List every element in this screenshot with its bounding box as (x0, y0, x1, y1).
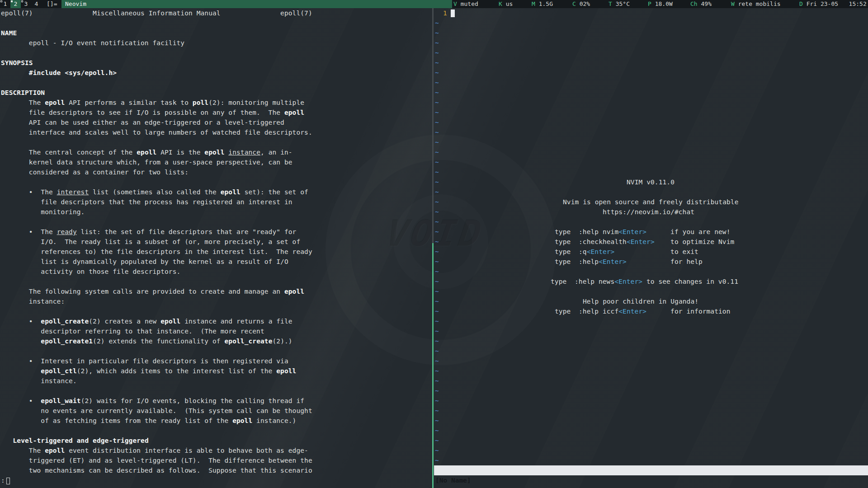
nvim-tilde: ~ (435, 58, 439, 68)
man-line: The epoll event distribution interface i… (1, 446, 308, 455)
nvim-tilde: ~ (435, 257, 439, 267)
nvim-tilde: ~ (435, 78, 439, 88)
nvim-tilde: ~ (435, 177, 439, 187)
dwm-bar: 1234 []= Neovim V mutedK usM 1.5GC 02%T … (0, 0, 868, 8)
nvim-tilde: ~ (435, 197, 439, 207)
nvim-tilde: ~ (435, 406, 439, 416)
nvim-tilde: ~ (435, 217, 439, 227)
man-line: epoll - I/O event notification facility (1, 38, 184, 48)
nvim-tilde: ~ (435, 346, 439, 356)
nvim-tilde: ~ (435, 286, 439, 296)
nvim-tilde: ~ (435, 326, 439, 336)
man-line: API can be used either as an edge-trigge… (1, 117, 284, 127)
tag-3[interactable]: 3 (21, 0, 31, 8)
nvim-tilde: ~ (435, 316, 439, 326)
nvim-tilde: ~ (435, 187, 439, 197)
nvim-tilde: ~ (435, 436, 439, 446)
man-line: epoll_ctl(2), which adds items to the in… (1, 366, 296, 376)
man-line: • epoll_wait(2) waits for I/O events, bl… (1, 396, 304, 406)
nvim-intro-line: NVIM v0.11.0 (627, 177, 675, 187)
nvim-tilde: ~ (435, 157, 439, 167)
nvim-tilde: ~ (435, 336, 439, 346)
man-line: #include <sys/epoll.h> (1, 68, 117, 78)
layout-symbol[interactable]: []= (45, 0, 59, 8)
nvim-tilde: ~ (435, 167, 439, 177)
man-line: DESCRIPTION (1, 88, 45, 98)
nvim-tilde: ~ (435, 127, 439, 137)
nvim-intro-line: type :help iccf<Enter> for information (555, 306, 731, 316)
terminal-cursor (6, 478, 10, 484)
nvim-tilde: ~ (435, 277, 439, 286)
nvim-tilde: ~ (435, 117, 439, 127)
window-divider (432, 8, 434, 488)
man-line: Level-triggered and edge-triggered (1, 436, 149, 446)
statusline-filename: [No Name] (435, 475, 471, 485)
statusline-ruler: 0,0-1 (793, 485, 813, 488)
nvim-tilde: ~ (435, 147, 439, 157)
nvim-tilde: ~ (435, 296, 439, 306)
man-line: considered as a container for two lists: (1, 167, 189, 177)
tag-1[interactable]: 1 (0, 0, 10, 8)
tag-indicator-hollow (0, 0, 2, 2)
nvim-tilde: ~ (435, 28, 439, 38)
man-line: no events are currently available. (This… (1, 406, 312, 416)
man-line: • Interest in particular file descriptor… (1, 356, 288, 366)
man-line: descriptor referring to that instance. (… (1, 326, 264, 336)
nvim-tilde: ~ (435, 227, 439, 237)
nvim-tilde: ~ (435, 247, 439, 257)
man-line: epoll_create1(2) extends the functionali… (1, 336, 292, 346)
man-line: instance. (1, 376, 77, 386)
nvim-tilde: ~ (435, 108, 439, 117)
man-line: activity on those file descriptors. (1, 267, 180, 277)
man-line: NAME (1, 28, 17, 38)
nvim-intro-line: https://neovim.io/#chat (603, 207, 694, 217)
nvim-tilde: ~ (435, 446, 439, 455)
nvim-statusline: [No Name] 0,0-1 All (434, 465, 868, 475)
man-line: of as fetching items from the ready list… (1, 416, 296, 426)
tag-2[interactable]: 2 (10, 0, 21, 8)
pager-prompt-line: : (1, 475, 10, 485)
man-line: list is dynamically populated by the ker… (1, 257, 288, 267)
man-line: two mechanisms can be described as follo… (1, 465, 312, 475)
nvim-tilde: ~ (435, 137, 439, 147)
nvim-cursor (451, 9, 455, 17)
man-line: The epoll API performs a similar task to… (1, 98, 304, 108)
status-v: V muted (453, 0, 478, 8)
window-title: Neovim (65, 0, 86, 7)
nvim-tilde: ~ (435, 416, 439, 426)
man-line: triggered (ET) and as level-triggered (L… (1, 455, 312, 465)
status-d: D Fri 23-05 15:52 (799, 0, 867, 8)
nvim-tilde: ~ (435, 237, 439, 247)
nvim-tilde: ~ (435, 455, 439, 465)
man-line: • epoll_create(2) creates a new epoll in… (1, 316, 292, 326)
status-m: M 1.5G (532, 0, 553, 8)
nvim-intro-line: type :q<Enter> to exit (555, 247, 698, 257)
status-w: W rete mobilis (731, 0, 781, 8)
man-line: references to) the file descriptors in t… (1, 247, 312, 257)
nvim-intro-line: type :help nvim<Enter> if you are new! (555, 227, 731, 237)
man-line: • The interest list (sometimes also call… (1, 187, 308, 197)
man-line: interface and scales well to large numbe… (1, 127, 312, 137)
nvim-tilde: ~ (435, 366, 439, 376)
man-line: monitoring. (1, 207, 85, 217)
nvim-tilde: ~ (435, 207, 439, 217)
line-number: 1 (443, 8, 447, 18)
status-ch: Ch 49% (690, 0, 712, 8)
man-line: instance: (1, 296, 65, 306)
nvim-tilde: ~ (435, 38, 439, 48)
man-line: The central concept of the epoll API is … (1, 147, 292, 157)
man-line: kernel data structure which, from a user… (1, 157, 292, 167)
window-title-bar[interactable]: Neovim (61, 0, 452, 8)
tag-indicator-filled (11, 0, 13, 2)
nvim-intro-line: Help poor children in Uganda! (583, 296, 698, 306)
nvim-intro-line: type :checkhealth<Enter> to optimize Nvi… (555, 237, 734, 247)
nvim-tilde: ~ (435, 376, 439, 386)
man-line: file descriptors to see if I/O is possib… (1, 108, 304, 117)
nvim-intro-line: type :help<Enter> for help (555, 257, 703, 267)
nvim-tilde: ~ (435, 426, 439, 436)
nvim-intro-line: Nvim is open source and freely distribut… (563, 197, 739, 207)
tag-4[interactable]: 4 (31, 0, 42, 8)
man-line: file descriptors that the process has re… (1, 197, 292, 207)
man-line: epoll(7) Miscellaneous Information Manua… (1, 8, 312, 18)
nvim-tilde: ~ (435, 386, 439, 396)
